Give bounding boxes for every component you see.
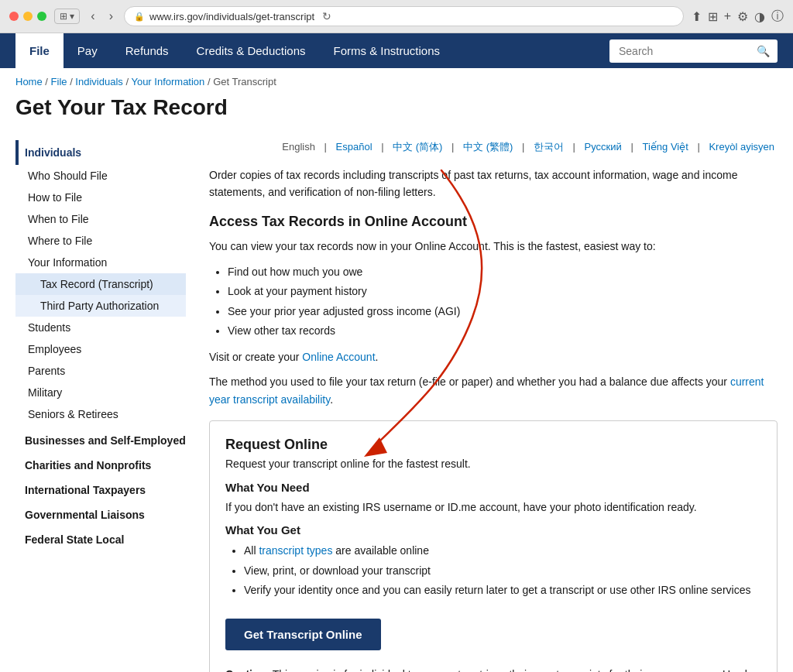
bullet-item: See your prior year adjusted gross incom…: [228, 302, 778, 321]
sidebar-item-how-to-file[interactable]: How to File: [15, 187, 186, 208]
search-input[interactable]: [609, 39, 749, 63]
sidebar-toggle-button[interactable]: ⊞ ▾: [54, 9, 80, 24]
nav-refunds[interactable]: Refunds: [112, 33, 183, 68]
bullet-item: View, print, or download your transcript: [244, 561, 761, 581]
breadcrumb-individuals[interactable]: Individuals: [75, 76, 122, 87]
sidebar-item-seniors[interactable]: Seniors & Retirees: [15, 403, 186, 425]
section1-body: You can view your tax records now in you…: [209, 238, 778, 255]
sidebar-section-individuals: Individuals Who Should File How to File …: [15, 140, 186, 425]
page-layout: Individuals Who Should File How to File …: [0, 140, 793, 672]
sidebar-item-military[interactable]: Military: [15, 382, 186, 403]
get-transcript-online-button[interactable]: Get Transcript Online: [225, 619, 381, 650]
grid-button[interactable]: ⊞: [708, 9, 718, 24]
sidebar-item-who-should-file[interactable]: Who Should File: [15, 165, 186, 187]
breadcrumb-file[interactable]: File: [51, 76, 67, 87]
theme-button[interactable]: ◑: [754, 9, 765, 24]
box-title: Request Online: [225, 437, 761, 453]
breadcrumb-home[interactable]: Home: [15, 76, 43, 87]
lang-chinese-simplified[interactable]: 中文 (简体): [393, 141, 442, 153]
caution-text: Caution: This service is for individual …: [225, 666, 761, 672]
sidebar-item-students[interactable]: Students: [15, 317, 186, 338]
reload-button[interactable]: ↻: [322, 10, 331, 22]
online-account-link[interactable]: Online Account: [302, 351, 375, 363]
section1-heading: Access Tax Records in Online Account: [209, 214, 778, 230]
sidebar-item-businesses[interactable]: Businesses and Self-Employed: [15, 428, 186, 453]
breadcrumb: Home / File / Individuals / Your Informa…: [0, 68, 793, 95]
box-subtitle: Request your transcript online for the f…: [225, 458, 761, 470]
maximize-button[interactable]: [37, 12, 46, 21]
page-title: Get Your Tax Record: [15, 95, 778, 120]
address-bar[interactable]: 🔒 www.irs.gov/individuals/get-transcript…: [124, 6, 684, 26]
nav-search: 🔍: [609, 39, 778, 63]
main-content: English | Español | 中文 (简体) | 中文 (繁體) | …: [201, 140, 778, 672]
forward-button[interactable]: ›: [106, 8, 116, 25]
sidebar-item-parents[interactable]: Parents: [15, 360, 186, 382]
browser-actions: ⬆ ⊞ + ⚙ ◑ ⓘ: [692, 9, 784, 25]
sidebar-item-tax-record[interactable]: Tax Record (Transcript): [15, 273, 186, 295]
share-button[interactable]: ⬆: [692, 9, 702, 24]
sidebar-item-your-information[interactable]: Your Information: [15, 252, 186, 273]
language-bar: English | Español | 中文 (简体) | 中文 (繁體) | …: [209, 140, 778, 154]
sidebar-item-federal[interactable]: Federal State Local: [15, 527, 186, 552]
sidebar-item-individuals[interactable]: Individuals: [15, 140, 186, 165]
url-text: www.irs.gov/individuals/get-transcript: [149, 11, 314, 22]
sidebar: Individuals Who Should File How to File …: [15, 140, 201, 672]
browser-chrome: ⊞ ▾ ‹ › 🔒 www.irs.gov/individuals/get-tr…: [0, 0, 793, 33]
bullet-item: Find out how much you owe: [228, 262, 778, 282]
what-you-need-heading: What You Need: [225, 481, 761, 494]
online-account-text: Visit or create your Online Account.: [209, 348, 778, 365]
lock-icon: 🔒: [134, 12, 145, 22]
bullet-item: All transcript types are available onlin…: [244, 541, 761, 561]
bullet-item: Verify your identity once and you can ea…: [244, 581, 761, 600]
nav-credits[interactable]: Credits & Deductions: [183, 33, 320, 68]
info-button[interactable]: ⓘ: [771, 9, 784, 25]
sidebar-item-employees[interactable]: Employees: [15, 338, 186, 360]
intro-text: Order copies of tax records including tr…: [209, 166, 778, 201]
lang-english: English: [282, 141, 315, 153]
what-you-need-text: If you don't have an existing IRS userna…: [225, 499, 761, 516]
request-online-box: Request Online Request your transcript o…: [209, 420, 778, 672]
caution-label: Caution:: [225, 668, 273, 672]
what-you-get-bullets: All transcript types are available onlin…: [244, 541, 761, 600]
sidebar-item-where-to-file[interactable]: Where to File: [15, 230, 186, 252]
back-button[interactable]: ‹: [88, 8, 98, 25]
main-nav: File Pay Refunds Credits & Deductions Fo…: [0, 33, 793, 68]
close-button[interactable]: [9, 12, 19, 21]
method-text: The method you used to file your tax ret…: [209, 373, 778, 408]
nav-forms[interactable]: Forms & Instructions: [319, 33, 454, 68]
sidebar-item-third-party[interactable]: Third Party Authorization: [15, 295, 186, 317]
nav-pay[interactable]: Pay: [64, 33, 112, 68]
traffic-lights: [9, 12, 46, 21]
lang-russian[interactable]: Русский: [585, 141, 622, 153]
transcript-types-link[interactable]: transcript types: [259, 544, 332, 557]
breadcrumb-current: Get Transcript: [213, 76, 276, 87]
bullet-item: Look at your payment history: [228, 282, 778, 301]
sidebar-item-international[interactable]: International Taxpayers: [15, 478, 186, 502]
sidebar-item-governmental[interactable]: Governmental Liaisons: [15, 502, 186, 527]
settings-button[interactable]: ⚙: [737, 9, 748, 24]
section1-bullets: Find out how much you owe Look at your p…: [228, 262, 778, 341]
lang-chinese-traditional[interactable]: 中文 (繁體): [463, 141, 513, 153]
breadcrumb-your-information[interactable]: Your Information: [131, 76, 204, 87]
lang-korean[interactable]: 한국어: [534, 141, 564, 153]
lang-vietnamese[interactable]: Tiếng Việt: [642, 141, 688, 153]
lang-creole[interactable]: Kreyòl ayisyen: [709, 141, 774, 153]
what-you-get-heading: What You Get: [225, 523, 761, 537]
nav-file[interactable]: File: [15, 33, 64, 68]
bullet-item: View other tax records: [228, 321, 778, 341]
search-submit-button[interactable]: 🔍: [749, 39, 778, 63]
sidebar-item-when-to-file[interactable]: When to File: [15, 208, 186, 230]
lang-spanish[interactable]: Español: [336, 141, 372, 153]
sidebar-item-charities[interactable]: Charities and Nonprofits: [15, 453, 186, 478]
add-tab-button[interactable]: +: [724, 9, 731, 23]
minimize-button[interactable]: [23, 12, 33, 21]
